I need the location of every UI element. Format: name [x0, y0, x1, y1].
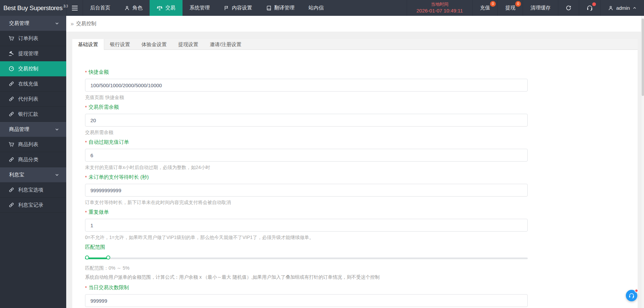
floating-support-button[interactable]: [626, 290, 637, 301]
field-repeat-order: 重复做单 0=不允许，1=允许，如果昨天用户做了VIP1级别的单，那么他今天就做…: [85, 209, 528, 240]
nav-item-trade[interactable]: 交易: [150, 0, 183, 16]
field-quick-amount: 快捷金额 充值页面 快捷金额: [85, 69, 528, 100]
navbar-right: 当地时间 2026-01-07 10:49:11 充值 0 提现 0 清理缓存: [407, 0, 644, 16]
pay-wait-seconds-input[interactable]: [85, 184, 528, 197]
vertical-scrollbar: [641, 16, 644, 308]
brand-logo[interactable]: Best Buy Superstores 3.0: [0, 0, 66, 16]
local-time: 当地时间 2026-01-07 10:49:11: [407, 0, 472, 16]
field-help: 订单支付等待时长，新下订单未在此时间内容完成支付将会被自动取消: [85, 200, 528, 205]
link-icon: [8, 111, 14, 117]
breadcrumb-chevrons-icon: »: [71, 21, 74, 27]
local-time-value: 2026-01-07 10:49:11: [416, 7, 463, 14]
nav-item-roles[interactable]: 角色: [117, 0, 150, 16]
flag-icon: [224, 5, 229, 11]
scrollbar-thumb[interactable]: [642, 19, 644, 96]
chevron-down-icon: [54, 21, 59, 26]
field-help: 交易所需余额: [85, 130, 528, 135]
link-icon: [8, 187, 14, 193]
required-balance-input[interactable]: [85, 114, 528, 127]
daily-trade-limit-input[interactable]: [85, 294, 528, 307]
sidebar-item-interest-records[interactable]: 利息宝记录: [0, 198, 66, 213]
auto-expire-order-input[interactable]: [85, 149, 528, 162]
field-required-balance: 交易所需余额 交易所需余额: [85, 104, 528, 135]
hamburger-icon: [72, 5, 78, 11]
withdraw-badge: 0: [515, 1, 521, 7]
sidebar-group-product-management[interactable]: 商品管理: [0, 122, 66, 137]
match-range-slider[interactable]: [85, 255, 528, 261]
main-nav: 后台首页 角色 交易 系统管理: [83, 0, 331, 16]
local-time-label: 当地时间: [431, 2, 448, 7]
clear-cache-button[interactable]: 清理缓存: [523, 0, 558, 16]
cart-icon: [8, 35, 14, 41]
nav-item-translation[interactable]: 翻译管理: [259, 0, 301, 16]
refresh-button[interactable]: [558, 0, 579, 16]
field-label: 当日交易次数限制: [85, 284, 528, 291]
chevron-down-icon: [54, 172, 59, 177]
field-help: 0=不允许，1=允许，如果昨天用户做了VIP1级别的单，那么他今天就做不了VIP…: [85, 235, 528, 240]
nav-item-content-settings[interactable]: 内容设置: [217, 0, 259, 16]
tab-basic-settings[interactable]: 基础设置: [72, 39, 104, 50]
slider-description: 系统自动给用户派单的金额范围，计算公式：用户余额 x （最小～最大 随机值）,如…: [85, 274, 528, 280]
breadcrumb: » 交易控制: [66, 16, 641, 32]
support-notifications-button[interactable]: [579, 0, 600, 16]
page-title: 交易控制: [76, 21, 96, 27]
field-help: 未支付的充值订单x小时后自动过期，必须为整数，如24小时: [85, 165, 528, 170]
field-daily-trade-limit: 当日交易次数限制: [85, 284, 528, 307]
slider-handle-max[interactable]: [106, 255, 110, 260]
link-icon: [8, 96, 14, 102]
slider-track[interactable]: [85, 258, 528, 259]
tab-bank-settings[interactable]: 银行设置: [104, 39, 136, 49]
link-icon: [8, 157, 14, 163]
recharge-button[interactable]: 充值 0: [472, 0, 497, 16]
book-icon: [266, 5, 272, 11]
notification-dot: [592, 2, 596, 6]
tab-invite-register-settings[interactable]: 邀请/注册设置: [204, 39, 247, 49]
sidebar-group-interest-treasure[interactable]: 利息宝: [0, 167, 66, 182]
sidebar-group-trade-management[interactable]: 交易管理: [0, 16, 66, 31]
sidebar-item-online-recharge[interactable]: 在线充值: [0, 76, 66, 92]
tab-trial-fund-settings[interactable]: 体验金设置: [136, 39, 172, 49]
cart-icon: [8, 141, 14, 147]
chevron-up-icon: [633, 6, 637, 10]
quick-amount-input[interactable]: [85, 79, 528, 92]
sidebar: 交易管理 订单列表 提现管理 交易控: [0, 16, 66, 308]
sidebar-toggle-button[interactable]: [66, 0, 83, 16]
recharge-badge: 0: [490, 1, 496, 7]
repeat-order-input[interactable]: [85, 219, 528, 232]
sidebar-item-trade-control[interactable]: 交易控制: [0, 61, 66, 76]
top-navbar: Best Buy Superstores 3.0 后台首页 角色: [0, 0, 644, 16]
field-help: 充值页面 快捷金额: [85, 95, 528, 100]
notification-dot: [635, 289, 638, 293]
chevron-down-icon: [54, 127, 59, 132]
nav-item-dashboard[interactable]: 后台首页: [83, 0, 117, 16]
sidebar-item-withdraw-management[interactable]: 提现管理: [0, 46, 66, 61]
slider-range-text: 匹配范围：0% ～ 5%: [85, 265, 528, 271]
tab-withdraw-settings[interactable]: 提现设置: [172, 39, 204, 49]
field-label: 未订单的支付等待时长 (秒): [85, 174, 528, 180]
settings-tabs: 基础设置 银行设置 体验金设置 提现设置 邀请/注册设置: [72, 39, 638, 50]
basic-settings-form: 快捷金额 充值页面 快捷金额 交易所需余额 交易所需余额 自动过期充值订单 未支…: [72, 50, 638, 307]
user-icon: [608, 5, 613, 11]
admin-menu[interactable]: admin: [600, 0, 644, 16]
gavel-icon: [8, 50, 14, 57]
field-pay-wait-seconds: 未订单的支付等待时长 (秒) 订单支付等待时长，新下订单未在此时间内容完成支付将…: [85, 174, 528, 205]
brand-text: Best Buy Superstores: [3, 4, 63, 12]
scales-icon: [157, 5, 163, 11]
sidebar-item-interest-options[interactable]: 利息宝选项: [0, 182, 66, 198]
field-label: 匹配范围: [85, 244, 528, 250]
sidebar-item-bank-remittance[interactable]: 银行汇款: [0, 107, 66, 122]
field-label: 自动过期充值订单: [85, 139, 528, 145]
nav-item-system[interactable]: 系统管理: [183, 0, 217, 16]
headset-icon: [629, 293, 635, 299]
withdraw-button[interactable]: 提现 0: [497, 0, 523, 16]
nav-item-messages[interactable]: 站内信: [301, 0, 331, 16]
sidebar-item-product-list[interactable]: 商品列表: [0, 137, 66, 152]
field-label: 重复做单: [85, 209, 528, 215]
sidebar-item-product-category[interactable]: 商品分类: [0, 152, 66, 167]
slider-handle-min[interactable]: [85, 255, 89, 260]
sidebar-item-payout-list[interactable]: 代付列表: [0, 92, 66, 107]
gauge-icon: [8, 66, 14, 72]
headset-icon: [587, 5, 593, 11]
sidebar-item-order-list[interactable]: 订单列表: [0, 31, 66, 46]
trade-control-panel: 基础设置 银行设置 体验金设置 提现设置 邀请/注册设置 快捷金额 充值页面 快…: [72, 39, 638, 308]
